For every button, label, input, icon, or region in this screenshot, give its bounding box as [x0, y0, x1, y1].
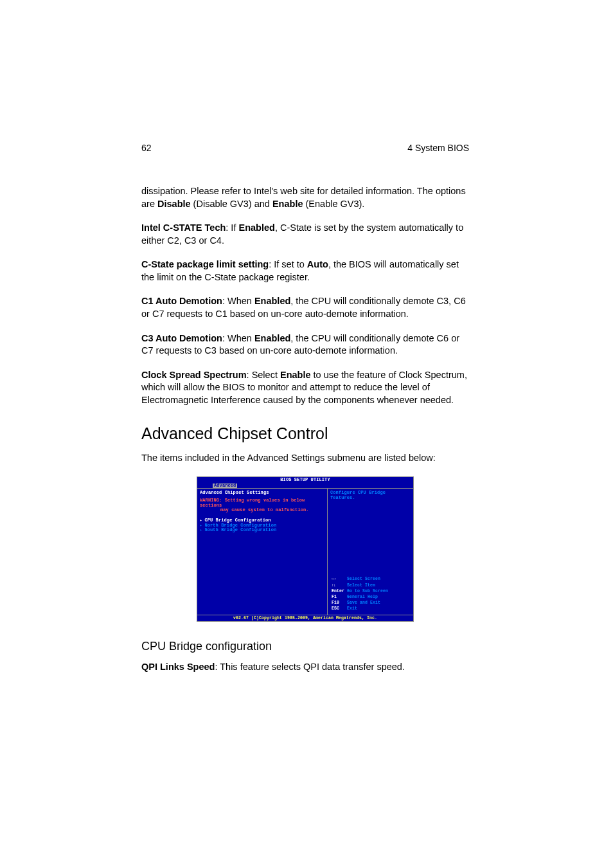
para-qpi-links: QPI Links Speed: This feature selects QP… — [141, 661, 469, 674]
para-dissipation: dissipation. Please refer to Intel's web… — [141, 185, 469, 210]
bios-tab-advanced[interactable]: Advanced — [213, 484, 237, 489]
page-number: 62 — [141, 143, 152, 153]
bios-screenshot: BIOS SETUP UTILITY Advanced Advanced Chi… — [197, 476, 414, 622]
bios-menu-south-bridge[interactable]: South Bridge Configuration — [200, 528, 324, 533]
section-title: 4 System BIOS — [407, 143, 469, 153]
bios-footer: v02.67 (C)Copyright 1985-2009, American … — [197, 615, 414, 622]
bios-warning-line2: may cause system to malfunction. — [200, 508, 324, 513]
para-c1-demotion: C1 Auto Demotion: When Enabled, the CPU … — [141, 295, 469, 320]
bios-warning-line1: WARNING: Setting wrong values in below s… — [200, 498, 324, 508]
heading-advanced-chipset: Advanced Chipset Control — [141, 424, 469, 443]
bios-help-line2: features. — [330, 496, 411, 501]
heading-cpu-bridge: CPU Bridge configuration — [141, 640, 469, 653]
bios-title: BIOS SETUP UTILITY — [280, 477, 330, 482]
bios-panel-title: Advanced Chipset Settings — [200, 491, 324, 496]
para-submenu-intro: The items included in the Advanced Setti… — [141, 452, 469, 465]
para-cstate-tech: Intel C-STATE Tech: If Enabled, C-State … — [141, 222, 469, 247]
para-clock-spread: Clock Spread Spectrum: Select Enable to … — [141, 369, 469, 407]
para-c3-demotion: C3 Auto Demotion: When Enabled, the CPU … — [141, 332, 469, 357]
bios-key-hints: ←→Select Screen ↑↓Select Item EnterGo to… — [330, 575, 391, 612]
para-cstate-limit: C-State package limit setting: If set to… — [141, 258, 469, 284]
